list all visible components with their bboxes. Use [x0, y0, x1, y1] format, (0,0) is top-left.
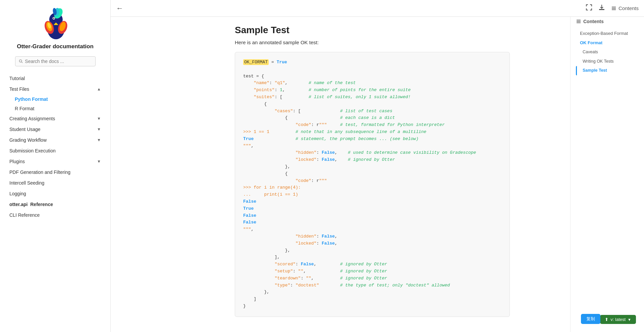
svg-rect-16 — [599, 9, 604, 10]
search-input[interactable] — [25, 59, 92, 64]
page-subtitle: Here is an annotated sample OK test: — [235, 40, 510, 45]
sidebar-item-grading-workflow[interactable]: Grading Workflow ▼ — [5, 135, 105, 145]
sidebar-item-intercell-seeding[interactable]: Intercell Seeding — [5, 178, 105, 188]
sidebar-title: Otter-Grader documentation — [17, 43, 94, 50]
chevron-down-icon-2: ▼ — [97, 127, 101, 132]
toc-item-sample-test[interactable]: Sample Test — [576, 66, 639, 75]
main-area: ← — [221, 0, 644, 332]
ok-format-highlight: OK_FORMAT — [243, 59, 269, 65]
toc-item-writing-ok-tests[interactable]: Writing OK Tests — [576, 57, 639, 66]
sidebar-item-pdf-generation[interactable]: PDF Generation and Filtering — [5, 167, 105, 178]
svg-line-14 — [21, 62, 22, 63]
sidebar-item-python-format[interactable]: Python Format — [11, 94, 105, 104]
contents-label: Contents — [611, 5, 639, 11]
sidebar-nav: Tutorial Test Files ▲ Python Format R Fo… — [0, 73, 110, 220]
sidebar-item-tutorial[interactable]: Tutorial — [5, 73, 105, 84]
toc-item-caveats[interactable]: Caveats — [576, 48, 639, 57]
version-label: ⬆ — [605, 317, 608, 322]
chevron-down-icon-3: ▼ — [97, 138, 101, 142]
sidebar-item-creating-assignments[interactable]: Creating Assignments ▼ — [5, 113, 105, 124]
toc-panel: Contents Exception-Based Format OK Forma… — [570, 0, 644, 332]
sidebar-item-otter-api[interactable]: otter.api Reference — [5, 199, 105, 210]
toc-item-exception-based[interactable]: Exception-Based Format — [576, 29, 639, 38]
logo-area: Otter-Grader documentation — [17, 7, 94, 50]
content-area: Sample Test Here is an annotated sample … — [221, 0, 570, 332]
test-files-submenu: Python Format R Format — [5, 94, 105, 113]
fullscreen-button[interactable] — [586, 4, 592, 12]
version-chevron-icon: ▼ — [628, 318, 631, 322]
chevron-down-icon-1: ▼ — [97, 116, 101, 121]
code-block: OK_FORMAT = True test = { "name": "q1", … — [235, 52, 510, 317]
version-badge[interactable]: ⬆ v: latest ▼ — [600, 315, 636, 324]
search-icon — [19, 59, 23, 64]
contents-icon — [576, 19, 581, 24]
download-button[interactable] — [598, 4, 605, 12]
sidebar-item-plugins[interactable]: Plugins ▼ — [5, 156, 105, 167]
content-inner: Sample Test Here is an annotated sample … — [221, 17, 523, 332]
toc-item-ok-format[interactable]: OK Format — [576, 38, 639, 48]
sidebar-item-logging[interactable]: Logging — [5, 188, 105, 199]
search-box[interactable] — [15, 56, 96, 66]
chevron-down-icon-4: ▼ — [97, 159, 101, 164]
topbar: ← — [221, 0, 644, 17]
sidebar: Otter-Grader documentation Tutorial Test… — [0, 0, 111, 332]
sidebar-item-cli-reference[interactable]: CLI Reference — [5, 210, 105, 220]
copy-button[interactable]: 复制 — [581, 314, 600, 324]
chevron-up-icon: ▲ — [97, 87, 101, 91]
sidebar-item-submission-execution[interactable]: Submission Execution — [5, 145, 105, 156]
sidebar-item-r-format[interactable]: R Format — [11, 104, 105, 113]
svg-point-13 — [19, 60, 21, 62]
page-title: Sample Test — [235, 25, 510, 36]
version-text: v: latest — [610, 317, 626, 322]
topbar-icons: Contents — [586, 4, 639, 12]
toc-title: Contents — [576, 19, 639, 24]
sidebar-item-test-files[interactable]: Test Files ▲ — [5, 84, 105, 94]
svg-point-4 — [53, 18, 54, 19]
logo-icon — [39, 7, 72, 40]
sidebar-item-student-usage[interactable]: Student Usage ▼ — [5, 124, 105, 135]
